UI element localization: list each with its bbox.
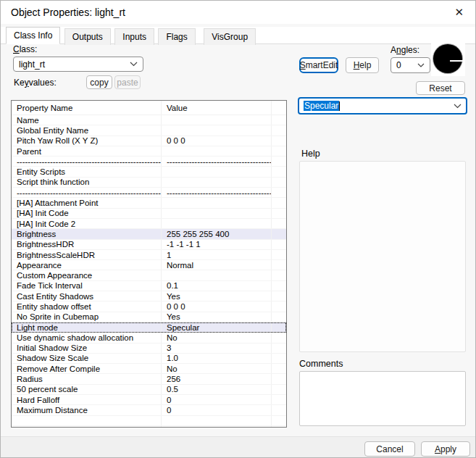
table-row[interactable]: Radius256 <box>12 374 286 384</box>
property-name-cell: Hard Falloff <box>12 395 162 404</box>
property-name-cell: Parent <box>12 146 162 156</box>
property-extra-cell <box>272 312 286 322</box>
angles-value: 0 <box>396 60 401 70</box>
chevron-down-icon <box>130 62 138 67</box>
table-row[interactable]: Script think function <box>12 178 286 188</box>
property-name-cell: Fade Tick Interval <box>12 281 162 291</box>
keyvalues-label: Keyvalues: <box>14 78 57 88</box>
table-row[interactable]: Shadow Size Scale1.0 <box>12 354 286 364</box>
help-button[interactable]: Help <box>346 57 379 73</box>
property-extra-cell <box>272 405 286 415</box>
tab-flags[interactable]: Flags <box>158 28 195 45</box>
comments-textarea[interactable] <box>299 371 466 426</box>
property-extra-cell <box>272 426 286 428</box>
property-name-cell: Name <box>12 115 162 125</box>
property-value-cell: ----------------------------------------… <box>162 157 272 166</box>
property-extra-cell <box>272 125 286 135</box>
angle-dial-pointer <box>450 60 463 62</box>
property-extra-cell <box>272 364 286 373</box>
table-row[interactable]: Global Entity Name <box>12 125 286 136</box>
table-row[interactable]: Fade Tick Interval0.1 <box>12 281 286 291</box>
copy-button[interactable]: copy <box>86 75 112 89</box>
property-name-cell: [HA] Attachment Point <box>12 198 162 207</box>
property-value-cell: 0 0 0 <box>162 301 272 311</box>
table-row[interactable]: Pitch Yaw Roll (X Y Z)0 0 0 <box>12 136 286 146</box>
property-extra-cell <box>272 395 286 404</box>
tab-outputs[interactable]: Outputs <box>64 28 111 45</box>
table-row[interactable]: [HA] Init Code <box>12 209 286 219</box>
property-extra-cell <box>272 250 286 259</box>
keyvalue-edit-combobox[interactable]: Specular <box>298 97 467 114</box>
property-extra-cell <box>272 229 286 238</box>
class-label: Class: <box>13 44 37 54</box>
property-name-cell: Brightness <box>12 229 162 238</box>
table-row[interactable]: [HA] Attachment Point <box>12 198 286 208</box>
table-row[interactable]: Custom Appearance <box>12 270 286 280</box>
property-value-cell: Normal <box>162 260 272 270</box>
property-value-cell: 0 0 0 <box>162 136 272 146</box>
property-name-cell: No Sprite in Cubemap <box>12 312 162 322</box>
header-value: Value <box>162 101 272 114</box>
footer-bar: Cancel Apply <box>1 436 475 458</box>
table-separator-row[interactable]: ----------------------------------------… <box>12 188 286 198</box>
table-row[interactable] <box>12 416 286 426</box>
angle-dial[interactable] <box>431 42 465 76</box>
table-row[interactable]: Light modeSpecular <box>12 322 286 333</box>
table-row[interactable]: Brightness255 255 255 400 <box>12 229 286 239</box>
tab-inputs[interactable]: Inputs <box>114 28 154 45</box>
smartedit-button[interactable]: SmartEdit <box>299 57 338 73</box>
property-value-cell: 1 <box>162 250 272 259</box>
table-row[interactable]: Name <box>12 115 286 125</box>
angles-combobox[interactable]: 0 <box>391 57 430 73</box>
property-name-cell: Initial Shadow Size <box>12 344 162 353</box>
cancel-button[interactable]: Cancel <box>364 441 415 457</box>
table-row[interactable]: AppearanceNormal <box>12 260 286 270</box>
property-value-cell <box>162 198 272 207</box>
table-row[interactable]: No Sprite in CubemapYes <box>12 312 286 322</box>
tab-class-info[interactable]: Class Info <box>6 27 60 44</box>
table-row[interactable]: [HA] Init Code 2 <box>12 219 286 229</box>
table-row[interactable]: 50 percent scale0.5 <box>12 385 286 395</box>
reset-button[interactable]: Reset <box>416 81 465 95</box>
property-extra-cell <box>272 198 286 207</box>
property-name-cell: 50 percent scale <box>12 385 162 394</box>
table-row[interactable]: BrightnessScaleHDR1 <box>12 250 286 260</box>
property-table-header: Property Name Value <box>12 101 286 115</box>
table-row[interactable]: Parent <box>12 146 286 157</box>
property-name-cell: Maximum Distance <box>12 405 162 415</box>
property-table-body: NameGlobal Entity NamePitch Yaw Roll (X … <box>12 115 286 428</box>
property-name-cell: ----------------------------------------… <box>12 188 162 197</box>
table-row[interactable]: Cast Entity ShadowsYes <box>12 291 286 301</box>
property-table: Property Name Value NameGlobal Entity Na… <box>11 100 287 428</box>
table-row[interactable]: BrightnessHDR-1 -1 -1 1 <box>12 240 286 250</box>
paste-button[interactable]: paste <box>114 75 141 89</box>
object-properties-dialog: Object Properties: light_rt ✕ Class Info… <box>0 0 476 458</box>
close-icon[interactable]: ✕ <box>451 5 467 20</box>
table-row[interactable]: Entity Scripts <box>12 167 286 177</box>
angles-label: Angles: <box>391 45 419 55</box>
table-row[interactable]: Entity shadow offset0 0 0 <box>12 301 286 312</box>
table-row[interactable]: Hard Falloff0 <box>12 395 286 405</box>
tab-visgroup[interactable]: VisGroup <box>204 28 256 45</box>
property-value-cell <box>162 219 272 228</box>
table-row[interactable]: Use dynamic shadow allocationNo <box>12 333 286 343</box>
table-row[interactable]: Remove After CompileNo <box>12 364 286 374</box>
property-name-cell: Custom Appearance <box>12 270 162 280</box>
property-value-cell: No <box>162 364 272 373</box>
comments-section-label: Comments <box>299 359 343 369</box>
property-name-cell: BrightnessScaleHDR <box>12 250 162 259</box>
property-extra-cell <box>272 209 286 218</box>
table-row[interactable] <box>12 426 286 428</box>
table-row[interactable]: Maximum Distance0 <box>12 405 286 415</box>
property-value-cell: 256 <box>162 374 272 383</box>
property-extra-cell <box>272 344 286 353</box>
property-name-cell <box>12 416 162 425</box>
title-bar: Object Properties: light_rt ✕ <box>1 1 475 24</box>
property-name-cell: BrightnessHDR <box>12 240 162 249</box>
class-combobox[interactable]: light_rt <box>13 57 143 72</box>
table-separator-row[interactable]: ----------------------------------------… <box>12 157 286 167</box>
table-row[interactable]: Initial Shadow Size3 <box>12 344 286 354</box>
apply-button[interactable]: Apply <box>421 441 470 457</box>
property-extra-cell <box>272 240 286 249</box>
property-value-cell: 1.0 <box>162 354 272 363</box>
